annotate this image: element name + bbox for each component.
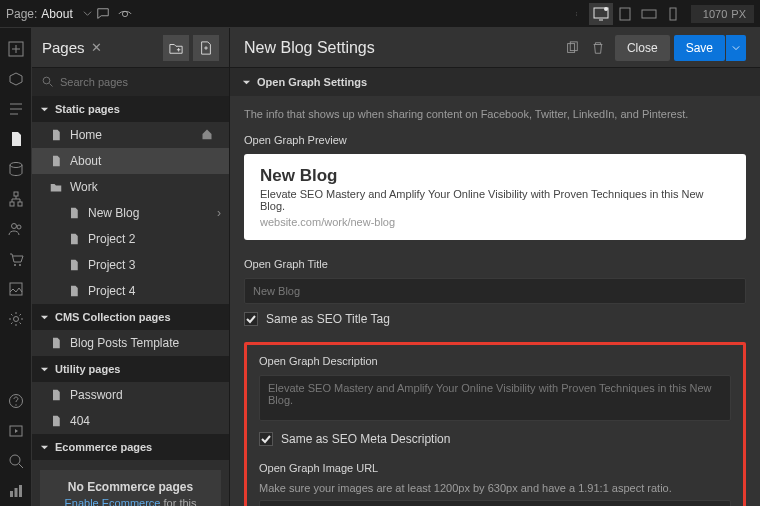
device-tablet-icon[interactable] (613, 3, 637, 25)
og-image-input[interactable] (259, 500, 731, 506)
svg-point-27 (43, 77, 50, 84)
more-icon[interactable] (567, 3, 589, 25)
rail-settings-icon[interactable] (0, 304, 32, 334)
rail-structure-icon[interactable] (0, 184, 32, 214)
og-title-input[interactable] (244, 278, 746, 304)
device-mobile-icon[interactable] (661, 3, 685, 25)
og-image-label: Open Graph Image URL (259, 462, 731, 474)
canvas-width[interactable]: 1070PX (691, 5, 754, 23)
page-item[interactable]: Password (32, 382, 229, 408)
svg-rect-25 (14, 488, 17, 497)
pages-panel-header: Pages ✕ (32, 28, 229, 68)
rail-assets-icon[interactable] (0, 274, 32, 304)
page-item-label: Blog Posts Template (70, 336, 179, 350)
highlighted-region: Open Graph Description Elevate SEO Maste… (244, 342, 746, 506)
svg-rect-6 (620, 8, 630, 20)
svg-rect-8 (670, 8, 676, 20)
rail-nav-icon[interactable] (0, 94, 32, 124)
page-item-label: Project 4 (88, 284, 135, 298)
svg-point-23 (10, 455, 20, 465)
og-title-label: Open Graph Title (244, 258, 746, 270)
home-icon (201, 128, 221, 143)
page-item[interactable]: About (32, 148, 229, 174)
search-icon (42, 76, 54, 88)
rail-help-icon[interactable] (0, 386, 32, 416)
rail-box-icon[interactable] (0, 64, 32, 94)
trash-icon[interactable] (585, 35, 611, 61)
pages-panel-title: Pages (42, 39, 85, 56)
rail-audit-icon[interactable] (0, 476, 32, 506)
left-rail (0, 28, 32, 506)
rail-pages-icon[interactable] (0, 124, 32, 154)
info-text: The info that shows up when sharing cont… (244, 108, 746, 120)
close-button[interactable]: Close (615, 35, 670, 61)
rail-add-icon[interactable] (0, 34, 32, 64)
svg-point-2 (576, 13, 577, 14)
save-dropdown[interactable] (726, 35, 746, 61)
same-as-title-checkbox[interactable]: Same as SEO Title Tag (244, 312, 746, 326)
og-preview-card: New Blog Elevate SEO Mastery and Amplify… (244, 154, 746, 240)
og-preview-desc: Elevate SEO Mastery and Amplify Your Onl… (260, 188, 730, 212)
page-name[interactable]: About (41, 7, 72, 21)
copy-icon[interactable] (559, 35, 585, 61)
group-cms[interactable]: CMS Collection pages (32, 304, 229, 330)
svg-point-15 (17, 225, 21, 229)
page-item[interactable]: Work (32, 174, 229, 200)
same-as-desc-checkbox[interactable]: Same as SEO Meta Description (259, 432, 731, 446)
search-input[interactable] (60, 76, 219, 88)
comment-icon[interactable] (92, 3, 114, 25)
page-item[interactable]: Project 4 (32, 278, 229, 304)
pages-list: Static pages HomeAboutWorkNew Blog›Proje… (32, 96, 229, 506)
settings-body: The info that shows up when sharing cont… (230, 96, 760, 506)
svg-rect-24 (10, 491, 13, 497)
pages-panel: Pages ✕ Static pages HomeAboutWorkNew Bl… (32, 28, 230, 506)
search-pages[interactable] (32, 68, 229, 96)
rail-cms-icon[interactable] (0, 154, 32, 184)
group-ecommerce[interactable]: Ecommerce pages (32, 434, 229, 460)
chevron-down-icon[interactable] (83, 9, 92, 18)
svg-point-14 (11, 224, 16, 229)
og-image-hint: Make sure your images are at least 1200p… (259, 482, 731, 494)
svg-point-16 (14, 264, 16, 266)
og-desc-input[interactable]: Elevate SEO Mastery and Amplify Your Onl… (259, 375, 731, 421)
rail-ecommerce-icon[interactable] (0, 244, 32, 274)
group-utility[interactable]: Utility pages (32, 356, 229, 382)
page-item[interactable]: Home (32, 122, 229, 148)
device-tablet-landscape-icon[interactable] (637, 3, 661, 25)
page-label: Page: (6, 7, 37, 21)
page-item[interactable]: Project 2 (32, 226, 229, 252)
ecommerce-empty: No Ecommerce pages Enable Ecommerce for … (40, 470, 221, 506)
og-preview-url: website.com/work/new-blog (260, 216, 730, 228)
settings-panel: New Blog Settings Close Save Open Graph … (230, 28, 760, 506)
new-page-button[interactable] (193, 35, 219, 61)
svg-rect-26 (19, 485, 22, 497)
rail-video-icon[interactable] (0, 416, 32, 446)
settings-title: New Blog Settings (244, 39, 375, 57)
page-item[interactable]: Project 3 (32, 252, 229, 278)
page-item[interactable]: New Blog› (32, 200, 229, 226)
preview-icon[interactable] (114, 3, 136, 25)
close-icon[interactable]: ✕ (91, 40, 102, 55)
svg-point-1 (576, 12, 577, 13)
device-desktop-icon[interactable] (589, 3, 613, 25)
rail-users-icon[interactable] (0, 214, 32, 244)
section-open-graph[interactable]: Open Graph Settings (230, 68, 760, 96)
settings-header: New Blog Settings Close Save (230, 28, 760, 68)
rail-search-icon[interactable] (0, 446, 32, 476)
og-preview-title: New Blog (260, 166, 730, 186)
svg-point-0 (122, 11, 127, 16)
page-item-label: Work (70, 180, 98, 194)
page-item[interactable]: 404 (32, 408, 229, 434)
page-item[interactable]: Blog Posts Template (32, 330, 229, 356)
group-static[interactable]: Static pages (32, 96, 229, 122)
page-item-label: New Blog (88, 206, 139, 220)
top-bar: Page: About 1070PX (0, 0, 760, 28)
svg-point-19 (13, 317, 18, 322)
page-item-label: About (70, 154, 101, 168)
new-folder-button[interactable] (163, 35, 189, 61)
page-item-label: Password (70, 388, 123, 402)
og-desc-label: Open Graph Description (259, 355, 731, 367)
enable-ecommerce-link[interactable]: Enable Ecommerce (64, 497, 160, 506)
svg-point-10 (10, 163, 22, 168)
save-button[interactable]: Save (674, 35, 725, 61)
